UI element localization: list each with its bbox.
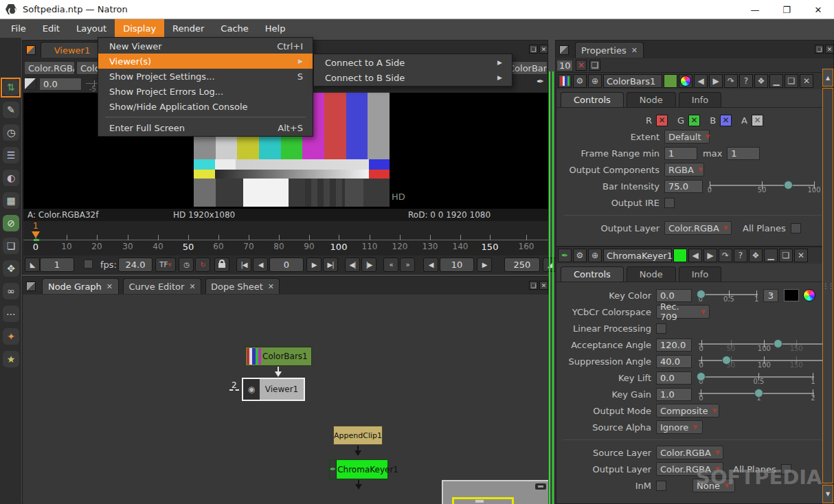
slider-knob[interactable] — [697, 372, 706, 381]
center-node-icon[interactable]: ⊕ — [588, 74, 602, 88]
float-pane-icon[interactable]: ❏ — [529, 281, 538, 290]
menu-item-show-project-settings[interactable]: Show Project Settings...S — [98, 69, 313, 84]
python-script-icon[interactable]: ❖ — [754, 74, 768, 88]
redo-icon[interactable]: ▶ — [709, 74, 723, 88]
other-icon[interactable]: ⋯ — [3, 306, 19, 322]
turbo-mode-icon[interactable]: ↻ — [195, 257, 210, 272]
fps-field[interactable]: 24.0 — [118, 257, 153, 272]
node-color-swatch[interactable] — [673, 249, 687, 262]
close-panel-icon[interactable]: ✕ — [800, 74, 813, 88]
tab-controls[interactable]: Controls — [561, 92, 624, 107]
channel-a-checkbox[interactable]: ✕ — [752, 115, 763, 126]
tab-info[interactable]: Info — [679, 92, 722, 107]
merge-icon[interactable]: ❏ — [3, 238, 19, 254]
close-pane-icon[interactable]: ✕ — [539, 281, 548, 290]
menu-render[interactable]: Render — [164, 19, 212, 38]
output-ire-checkbox[interactable] — [664, 198, 675, 208]
tab-node-graph[interactable]: Node Graph✕ — [42, 278, 119, 294]
key-color-slider[interactable]: 0 0.5 1 — [699, 288, 758, 303]
last-frame-icon[interactable]: ▶| — [323, 257, 338, 272]
key-color-swatch[interactable] — [784, 289, 799, 301]
play-forward-icon[interactable]: ▶ — [306, 257, 322, 272]
draw-icon[interactable]: ✎ — [3, 102, 19, 118]
suppression-angle-slider[interactable]: 0 50 100 150 — [699, 354, 822, 369]
realtime-icon[interactable]: ◷ — [179, 257, 194, 272]
inm-checkbox[interactable] — [656, 481, 666, 491]
tab-properties[interactable]: Properties✕ — [575, 42, 644, 58]
tab-curve-editor[interactable]: Curve Editor✕ — [123, 278, 201, 294]
node-viewer1[interactable]: ◉ Viewer1 — [242, 378, 305, 401]
float-panel-icon[interactable]: ❏ — [785, 74, 798, 88]
tab-controls[interactable]: Controls — [561, 266, 624, 282]
tab-dope-sheet[interactable]: Dope Sheet✕ — [205, 278, 280, 294]
views-icon[interactable]: ∞ — [3, 283, 19, 299]
cb-all-planes-checkbox[interactable] — [791, 223, 801, 233]
help-icon[interactable]: ? — [734, 249, 747, 262]
ycbcr-colorspace-select[interactable]: Rec. 709▼ — [656, 305, 710, 319]
source-layer-select[interactable]: Color.RGBA▼ — [656, 446, 723, 459]
frame-increment-icon[interactable]: ▶ — [477, 257, 492, 272]
menu-display[interactable]: Display — [115, 19, 164, 38]
lock-timeline-icon[interactable] — [214, 257, 229, 272]
center-node-icon[interactable]: ⊕ — [588, 249, 602, 262]
source-alpha-select[interactable]: Ignore▼ — [656, 420, 703, 434]
menu-item-enter-full-screen[interactable]: Enter Full ScreenAlt+S — [98, 120, 313, 135]
time-icon[interactable]: ◷ — [3, 124, 19, 141]
menu-item-new-viewer[interactable]: New ViewerCtrl+I — [98, 38, 313, 54]
prev-frame-icon[interactable]: ◀| — [345, 257, 360, 272]
timeformat-select[interactable]: TF▼ — [155, 257, 176, 272]
minimize-all-panels-icon[interactable]: ❏ — [589, 60, 600, 71]
extra-icon[interactable]: ★ — [3, 351, 19, 367]
scroll-down-icon[interactable]: ▼ — [822, 485, 833, 503]
scrollbar-track[interactable]: ⋮⋮ — [822, 88, 833, 483]
tab-info[interactable]: Info — [679, 266, 722, 282]
minimap-toggle-icon[interactable] — [535, 483, 546, 490]
channel-g-checkbox[interactable]: ✕ — [688, 115, 700, 126]
viewer-layer-select[interactable]: Color.RGBA — [24, 61, 75, 75]
restore-defaults-icon[interactable]: ↷ — [719, 249, 732, 262]
frame-range-max-field[interactable]: 1 — [727, 147, 760, 160]
close-all-panels-icon[interactable]: ✕ — [576, 60, 587, 71]
close-pane-icon[interactable]: ✕ — [539, 45, 548, 54]
float-pane-icon[interactable]: ❏ — [815, 45, 824, 54]
node-name-field[interactable]: ColorBars1 — [603, 74, 662, 88]
submenu-item-connect-to-b-side[interactable]: Connect to B Side▶ — [314, 70, 512, 85]
python-script-icon[interactable]: ❖ — [749, 249, 763, 262]
tab-node[interactable]: Node — [627, 92, 676, 107]
next-frame-icon[interactable]: |▶ — [361, 257, 376, 272]
minimize-button[interactable]: — — [739, 0, 771, 19]
undo-icon[interactable]: ◀ — [694, 74, 708, 88]
channel-icon[interactable]: ☰ — [3, 147, 19, 163]
output-mode-select[interactable]: Composite▼ — [656, 404, 719, 417]
in-frame-field[interactable]: 1 — [40, 257, 74, 272]
help-icon[interactable]: ? — [739, 74, 753, 88]
menu-item-show-project-errors-log[interactable]: Show Project Errors Log... — [98, 84, 313, 99]
gmic-icon[interactable]: ✦ — [3, 328, 19, 345]
bar-intensity-field[interactable]: 75.0 — [664, 180, 703, 193]
key-colorwheel-icon[interactable] — [803, 289, 815, 301]
key-color-dimensions-button[interactable]: 3 — [763, 289, 778, 302]
key-lift-slider[interactable]: 0 0.5 1 — [699, 370, 814, 385]
current-frame-field[interactable]: 0 — [269, 257, 304, 272]
undo-icon[interactable]: ◀ — [688, 249, 702, 262]
key-gain-slider[interactable]: 0 1 2 — [699, 387, 814, 402]
frame-decrement-icon[interactable]: ◀ — [423, 257, 438, 272]
maximize-button[interactable]: ❐ — [771, 0, 802, 19]
menu-item-show-hide-application-console[interactable]: Show/Hide Application Console — [98, 99, 313, 114]
menu-cache[interactable]: Cache — [212, 19, 256, 38]
settings-gear-icon[interactable]: ⚙ — [573, 74, 587, 88]
menu-edit[interactable]: Edit — [34, 19, 68, 38]
slider-knob[interactable] — [774, 339, 782, 348]
key-lift-field[interactable]: 0.0 — [656, 371, 692, 385]
key-color-field[interactable]: 0.0 — [656, 289, 692, 302]
panel-menu-button[interactable] — [559, 45, 569, 55]
first-frame-icon[interactable]: |◀ — [236, 257, 251, 272]
close-panel-icon[interactable]: ✕ — [794, 249, 808, 262]
redo-icon[interactable]: ▶ — [703, 249, 717, 262]
menu-help[interactable]: Help — [257, 19, 294, 38]
scroll-up-icon[interactable]: ▲ — [822, 69, 833, 87]
overlay-color-icon[interactable] — [679, 74, 692, 88]
key-gain-field[interactable]: 1.0 — [656, 388, 692, 401]
node-name-field[interactable]: ChromaKeyer1 — [603, 249, 672, 262]
node-appendclip1[interactable]: AppendClip1 — [333, 426, 383, 445]
